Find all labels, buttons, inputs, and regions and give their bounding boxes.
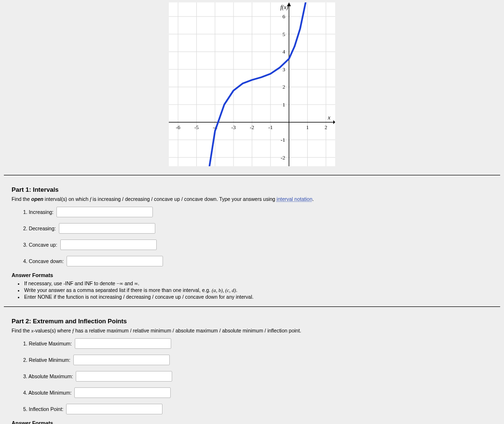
svg-text:6: 6 bbox=[283, 13, 286, 19]
answer-input[interactable] bbox=[67, 256, 163, 266]
svg-text:5: 5 bbox=[283, 31, 286, 37]
svg-text:1: 1 bbox=[283, 102, 286, 107]
part1-bullets: If necessary, use -INF and INF to denote… bbox=[12, 280, 492, 300]
field-row: 4. Absolute Minimum: bbox=[23, 387, 492, 398]
part1-bullet-2: Write your answer as a comma separated l… bbox=[24, 287, 492, 293]
interval-notation-link[interactable]: interval notation bbox=[277, 196, 313, 202]
field-label: 1. Increasing: bbox=[23, 209, 54, 215]
field-label: 4. Absolute Minimum: bbox=[23, 390, 71, 396]
field-row: 5. Inflection Point: bbox=[23, 404, 492, 414]
field-row: 2. Relative Minimum: bbox=[23, 355, 492, 365]
answer-input[interactable] bbox=[60, 239, 157, 250]
field-row: 2. Decreasing: bbox=[23, 223, 492, 234]
field-label: 3. Concave up: bbox=[23, 242, 57, 248]
part2-answer-formats-heading: Answer Formats bbox=[12, 420, 492, 424]
part1-answer-formats-heading: Answer Formats bbox=[12, 272, 492, 278]
part1-heading: Part 1: Intervals bbox=[12, 186, 492, 193]
svg-text:-2: -2 bbox=[281, 155, 285, 160]
answer-input[interactable] bbox=[74, 387, 171, 398]
answer-input[interactable] bbox=[59, 223, 155, 234]
part1-bullet-1: If necessary, use -INF and INF to denote… bbox=[24, 280, 492, 286]
svg-text:1: 1 bbox=[306, 124, 309, 130]
svg-text:2: 2 bbox=[283, 84, 286, 90]
field-label: 5. Inflection Point: bbox=[23, 406, 63, 412]
field-label: 4. Concave down: bbox=[23, 258, 64, 264]
field-row: 1. Increasing: bbox=[23, 207, 492, 217]
answer-input[interactable] bbox=[76, 371, 172, 382]
field-row: 1. Relative Maximum: bbox=[23, 338, 492, 349]
field-row: 4. Concave down: bbox=[23, 256, 492, 266]
part1-fields: 1. Increasing:2. Decreasing:3. Concave u… bbox=[23, 207, 492, 266]
svg-text:-5: -5 bbox=[194, 124, 199, 130]
svg-text:f(x): f(x) bbox=[280, 4, 288, 11]
svg-text:-6: -6 bbox=[176, 124, 181, 130]
field-row: 3. Concave up: bbox=[23, 239, 492, 250]
svg-text:2: 2 bbox=[325, 124, 327, 130]
svg-text:4: 4 bbox=[283, 49, 286, 54]
field-label: 1. Relative Maximum: bbox=[23, 341, 72, 346]
svg-text:-1: -1 bbox=[268, 124, 272, 130]
part1-instruction: Find the open interval(s) on which f is … bbox=[12, 196, 492, 202]
part2-heading: Part 2: Extremum and Inflection Points bbox=[12, 318, 492, 325]
svg-text:-2: -2 bbox=[250, 124, 254, 130]
svg-text:3: 3 bbox=[283, 66, 286, 72]
svg-text:x: x bbox=[327, 114, 331, 121]
svg-text:-3: -3 bbox=[232, 124, 236, 130]
answer-input[interactable] bbox=[66, 404, 163, 414]
field-row: 3. Absolute Maximum: bbox=[23, 371, 492, 382]
part2-section: Part 2: Extremum and Inflection Points F… bbox=[0, 307, 504, 424]
svg-text:-1: -1 bbox=[281, 137, 285, 143]
part1-section: Part 1: Intervals Find the open interval… bbox=[0, 175, 504, 306]
svg-marker-20 bbox=[333, 120, 335, 124]
function-graph: -6-5-4-3-2-112-2-1123456xf(x) bbox=[169, 2, 335, 166]
part1-bullet-3: Enter NONE if the function is not increa… bbox=[24, 294, 492, 300]
field-label: 2. Relative Minimum: bbox=[23, 357, 70, 363]
answer-input[interactable] bbox=[56, 207, 153, 217]
field-label: 2. Decreasing: bbox=[23, 225, 56, 231]
part2-fields: 1. Relative Maximum:2. Relative Minimum:… bbox=[23, 338, 492, 414]
answer-input[interactable] bbox=[73, 355, 170, 365]
answer-input[interactable] bbox=[75, 338, 171, 349]
part2-instruction: Find the x-values(s) where f has a relat… bbox=[12, 328, 492, 333]
field-label: 3. Absolute Maximum: bbox=[23, 373, 73, 379]
